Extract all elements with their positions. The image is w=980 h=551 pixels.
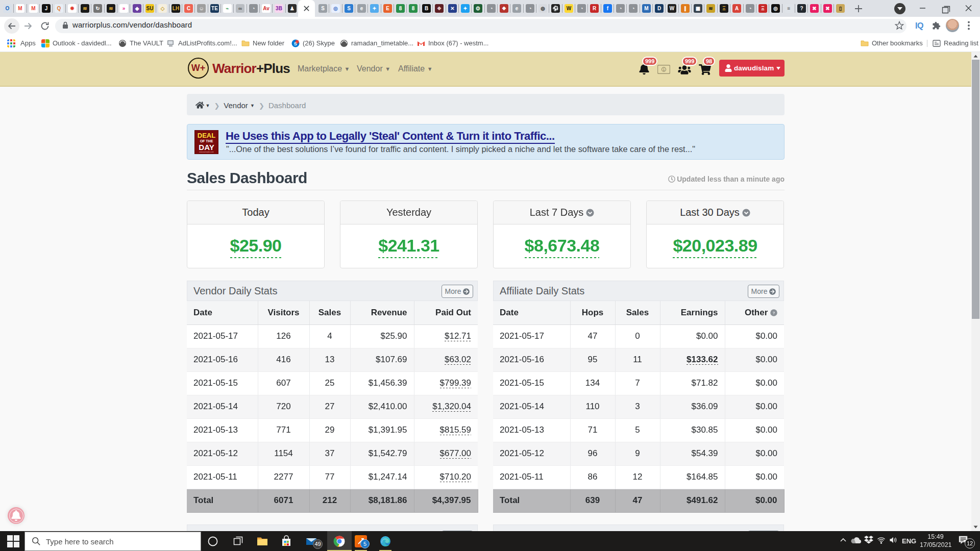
svg-text:S: S	[293, 41, 297, 46]
svg-text:?: ?	[773, 310, 775, 315]
